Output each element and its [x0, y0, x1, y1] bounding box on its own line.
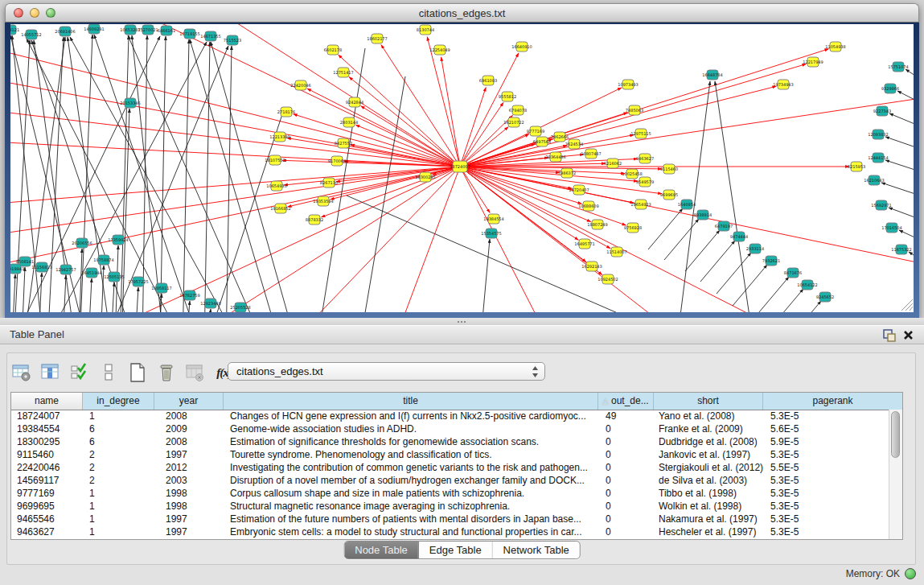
graph-node[interactable]: 18724007 [450, 161, 470, 172]
table-row[interactable]: 1456911722003Disruption of a novel membe… [11, 474, 889, 487]
tab-node-table[interactable]: Node Table [344, 542, 419, 558]
tab-edge-table[interactable]: Edge Table [419, 542, 493, 558]
graph-node[interactable]: 20206556 [72, 238, 92, 248]
graph-node[interactable]: 19758874 [93, 255, 113, 265]
graph-node[interactable]: 19654923 [630, 200, 651, 209]
resize-grip-icon[interactable] [906, 303, 913, 311]
graph-node[interactable]: 9699695 [660, 190, 678, 200]
graph-node[interactable]: 15270021 [138, 25, 158, 35]
table-body[interactable]: 1872400712008Changes of HCN gene express… [11, 410, 889, 539]
graph-node[interactable]: 16640910 [511, 42, 532, 51]
graph-node[interactable]: 19353594 [313, 196, 333, 206]
graph-node[interactable]: 14671355 [200, 31, 220, 41]
table-settings-icon[interactable] [10, 362, 32, 384]
graph-node[interactable]: 9463627 [636, 154, 654, 163]
new-table-icon[interactable] [126, 362, 148, 384]
graph-node[interactable]: 16451944 [81, 268, 101, 278]
graph-node[interactable]: 10654933 [266, 181, 286, 191]
graph-node[interactable]: 12975115 [630, 129, 651, 138]
graph-node[interactable]: 12213399 [269, 132, 290, 142]
graph-node[interactable]: 9549579 [636, 177, 654, 187]
graph-node[interactable]: 15354575 [481, 229, 501, 238]
memory-status-indicator[interactable] [905, 568, 916, 579]
minimize-window-icon[interactable] [30, 8, 39, 18]
graph-node[interactable]: 2933114 [746, 244, 764, 253]
graph-node[interactable]: 9245652 [816, 292, 834, 302]
graph-node[interactable]: 9115460 [660, 164, 678, 174]
graph-node[interactable]: 3624534 [565, 139, 583, 149]
close-window-icon[interactable] [14, 8, 23, 18]
table-selector-dropdown[interactable]: citations_edges.txt [228, 362, 545, 381]
column-header-short[interactable]: short [654, 393, 763, 410]
graph-node[interactable]: 20364486 [545, 152, 565, 162]
graph-node[interactable]: 9756928 [624, 223, 642, 233]
graph-node[interactable]: 2718176 [277, 107, 295, 117]
graph-node[interactable]: 7986372 [558, 168, 576, 178]
graph-node[interactable]: 10924502 [598, 274, 618, 284]
graph-node[interactable]: 8267130 [320, 178, 338, 187]
graph-node[interactable]: 9474444 [730, 232, 748, 241]
table-row[interactable]: 911546021997Tourette syndrome. Phenomeno… [11, 448, 889, 461]
graph-node[interactable]: 8215953 [848, 162, 865, 171]
table-row[interactable]: 2242004622012Investigating the contribut… [11, 461, 889, 474]
column-header-in_degree[interactable]: in_degree [83, 393, 154, 410]
close-panel-icon[interactable] [901, 328, 917, 344]
graph-node[interactable]: 15751074 [888, 62, 908, 72]
graph-node[interactable]: 19958117 [151, 283, 171, 293]
graph-node[interactable]: 12093832 [868, 130, 888, 139]
graph-node[interactable]: 15692971 [871, 200, 891, 210]
graph-node[interactable]: 8938914 [694, 210, 712, 220]
graph-node[interactable]: 17359924 [108, 235, 128, 245]
graph-node[interactable]: 16210722 [503, 117, 524, 127]
graph-node[interactable]: 9329966 [881, 84, 899, 93]
graph-node[interactable]: 10807487 [581, 149, 601, 159]
graph-node[interactable]: 12923448 [200, 299, 220, 308]
select-rows-icon[interactable] [68, 362, 90, 384]
graph-node[interactable]: 25205528 [230, 303, 250, 312]
table-row[interactable]: 977716911998Corpus callosum shape and si… [11, 487, 889, 500]
graph-node[interactable]: 9242844 [346, 97, 363, 107]
graph-node[interactable]: 6602178 [324, 45, 342, 55]
graph-node[interactable]: 9170064 [328, 156, 346, 166]
graph-node[interactable]: 7485063 [626, 105, 643, 115]
graph-node[interactable]: 6794078 [509, 105, 527, 115]
tab-network-table[interactable]: Network Table [493, 542, 580, 558]
column-header-year[interactable]: year [154, 393, 224, 410]
graph-node[interactable]: 9227343 [873, 106, 891, 116]
row-height-icon[interactable] [97, 362, 119, 384]
graph-node[interactable]: 6479197 [715, 221, 733, 231]
graph-node[interactable]: 11514007 [606, 247, 626, 257]
network-canvas[interactable]: 1872400722420046271817612213399181075521… [10, 24, 914, 312]
graph-node[interactable]: 18107552 [265, 155, 285, 165]
graph-node[interactable]: 12254049 [429, 45, 450, 55]
resize-grip-icon[interactable] [910, 307, 913, 311]
graph-node[interactable]: 8130744 [417, 25, 434, 35]
graph-node[interactable]: 6497568 [533, 137, 551, 146]
graph-node[interactable]: 1640954 [678, 200, 696, 209]
panel-splitter[interactable] [0, 318, 924, 325]
graph-node[interactable]: 9555812 [499, 92, 516, 101]
table-row[interactable]: 1830029562008Estimation of significance … [11, 435, 889, 448]
table-row[interactable]: 946362711997Embryonic stem cells: a mode… [11, 525, 889, 538]
table-vertical-scrollbar[interactable] [889, 410, 902, 539]
scrollbar-thumb[interactable] [891, 411, 900, 458]
graph-node[interactable]: 16782759 [179, 290, 199, 300]
graph-node[interactable]: 6961093 [479, 76, 497, 85]
graph-node[interactable]: 8471676 [784, 268, 802, 278]
graph-node[interactable]: 11156813 [31, 262, 51, 272]
graph-node[interactable]: 6466161 [158, 26, 175, 35]
table-row[interactable]: 1872400712008Changes of HCN gene express… [11, 410, 889, 422]
graph-node[interactable]: 12751417 [333, 68, 353, 77]
column-header-name[interactable]: name [11, 393, 83, 410]
graph-node[interactable]: 18300295 [415, 172, 435, 182]
table-row[interactable]: 1938455462009Genome-wide association stu… [11, 422, 889, 435]
table-row[interactable]: 946554611997Estimation of the future num… [11, 513, 889, 525]
column-header-title[interactable]: title [224, 393, 598, 410]
graph-node[interactable]: 11054938 [825, 42, 845, 51]
graph-node[interactable]: 14939291 [84, 24, 104, 34]
graph-node[interactable]: 9777169 [527, 126, 544, 136]
graph-node[interactable]: 19166852 [270, 204, 290, 213]
zoom-window-icon[interactable] [46, 8, 55, 18]
graph-node[interactable]: 18602177 [367, 34, 387, 43]
delete-row-trash-icon[interactable] [155, 362, 177, 384]
